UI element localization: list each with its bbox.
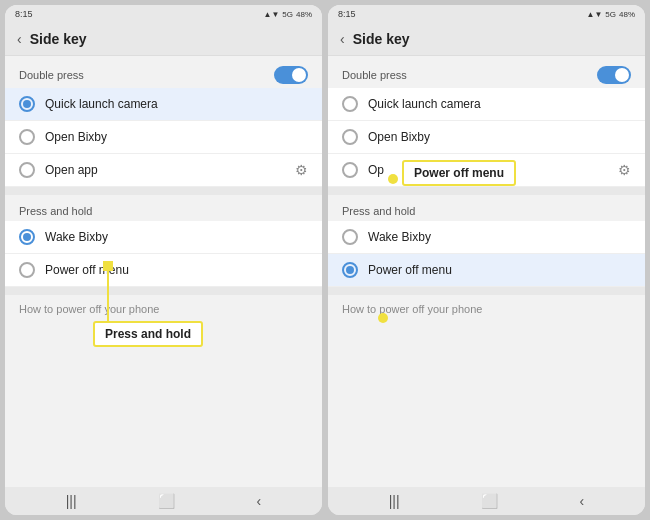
left-option-wake[interactable]: Wake Bixby — [5, 221, 322, 254]
left-label-app: Open app — [45, 163, 285, 177]
left-annotation-dot — [103, 261, 113, 271]
right-status-bar: 8:15 ▲▼ 5G 48% — [328, 5, 645, 23]
left-press-hold-header: Press and hold — [5, 195, 322, 221]
left-header: ‹ Side key — [5, 23, 322, 56]
right-bottom-nav: ||| ⬜ ‹ — [328, 487, 645, 515]
left-gear-icon[interactable]: ⚙ — [295, 162, 308, 178]
left-label-wake: Wake Bixby — [45, 230, 308, 244]
right-divider2 — [328, 287, 645, 295]
left-nav-menu[interactable]: ||| — [66, 493, 77, 509]
right-back-button[interactable]: ‹ — [340, 31, 345, 47]
left-status-icons: ▲▼ 5G 48% — [263, 10, 312, 19]
left-option-app[interactable]: Open app ⚙ — [5, 154, 322, 187]
left-divider — [5, 187, 322, 195]
right-panel: 8:15 ▲▼ 5G 48% ‹ Side key Double press Q… — [328, 5, 645, 515]
right-option-camera[interactable]: Quick launch camera — [328, 88, 645, 121]
right-option-wake[interactable]: Wake Bixby — [328, 221, 645, 254]
left-status-bar: 8:15 ▲▼ 5G 48% — [5, 5, 322, 23]
right-content: Double press Quick launch camera Open Bi… — [328, 56, 645, 487]
right-double-press-header: Double press — [328, 56, 645, 88]
right-nav-back[interactable]: ‹ — [580, 493, 585, 509]
right-label-wake: Wake Bixby — [368, 230, 631, 244]
right-nav-home[interactable]: ⬜ — [481, 493, 498, 509]
right-divider — [328, 187, 645, 195]
left-label-bixby: Open Bixby — [45, 130, 308, 144]
left-option-power[interactable]: Power off menu — [5, 254, 322, 287]
left-bottom-nav: ||| ⬜ ‹ — [5, 487, 322, 515]
right-double-press-toggle[interactable] — [597, 66, 631, 84]
left-panel: 8:15 ▲▼ 5G 48% ‹ Side key Double press Q… — [5, 5, 322, 515]
left-annotation-line — [107, 271, 109, 321]
left-option-bixby[interactable]: Open Bixby — [5, 121, 322, 154]
left-nav-home[interactable]: ⬜ — [158, 493, 175, 509]
left-divider2 — [5, 287, 322, 295]
right-page-title: Side key — [353, 31, 410, 47]
left-radio-wake[interactable] — [19, 229, 35, 245]
right-annotation-dot2 — [378, 313, 388, 323]
right-time: 8:15 — [338, 9, 356, 19]
left-double-press-toggle[interactable] — [274, 66, 308, 84]
left-content: Double press Quick launch camera Open Bi… — [5, 56, 322, 487]
left-nav-back[interactable]: ‹ — [257, 493, 262, 509]
left-radio-camera[interactable] — [19, 96, 35, 112]
left-radio-power[interactable] — [19, 262, 35, 278]
left-back-button[interactable]: ‹ — [17, 31, 22, 47]
left-page-title: Side key — [30, 31, 87, 47]
right-radio-power[interactable] — [342, 262, 358, 278]
left-label-camera: Quick launch camera — [45, 97, 308, 111]
right-radio-app[interactable] — [342, 162, 358, 178]
left-how-to[interactable]: How to power off your phone — [5, 295, 322, 323]
right-radio-bixby[interactable] — [342, 129, 358, 145]
left-time: 8:15 — [15, 9, 33, 19]
right-status-icons: ▲▼ 5G 48% — [586, 10, 635, 19]
right-radio-wake[interactable] — [342, 229, 358, 245]
right-option-power[interactable]: Power off menu — [328, 254, 645, 287]
left-radio-app[interactable] — [19, 162, 35, 178]
right-annotation-dot — [388, 174, 398, 184]
right-nav-menu[interactable]: ||| — [389, 493, 400, 509]
right-label-power: Power off menu — [368, 263, 631, 277]
right-how-to[interactable]: How to power off your phone — [328, 295, 645, 323]
left-option-camera[interactable]: Quick launch camera — [5, 88, 322, 121]
left-radio-bixby[interactable] — [19, 129, 35, 145]
right-radio-camera[interactable] — [342, 96, 358, 112]
right-header: ‹ Side key — [328, 23, 645, 56]
right-press-hold-header: Press and hold — [328, 195, 645, 221]
left-annotation-box: Press and hold — [93, 321, 203, 347]
left-double-press-header: Double press — [5, 56, 322, 88]
right-label-camera: Quick launch camera — [368, 97, 631, 111]
left-label-power: Power off menu — [45, 263, 308, 277]
right-label-bixby: Open Bixby — [368, 130, 631, 144]
right-option-bixby[interactable]: Open Bixby — [328, 121, 645, 154]
right-annotation-box: Power off menu — [402, 160, 516, 186]
right-gear-icon[interactable]: ⚙ — [618, 162, 631, 178]
